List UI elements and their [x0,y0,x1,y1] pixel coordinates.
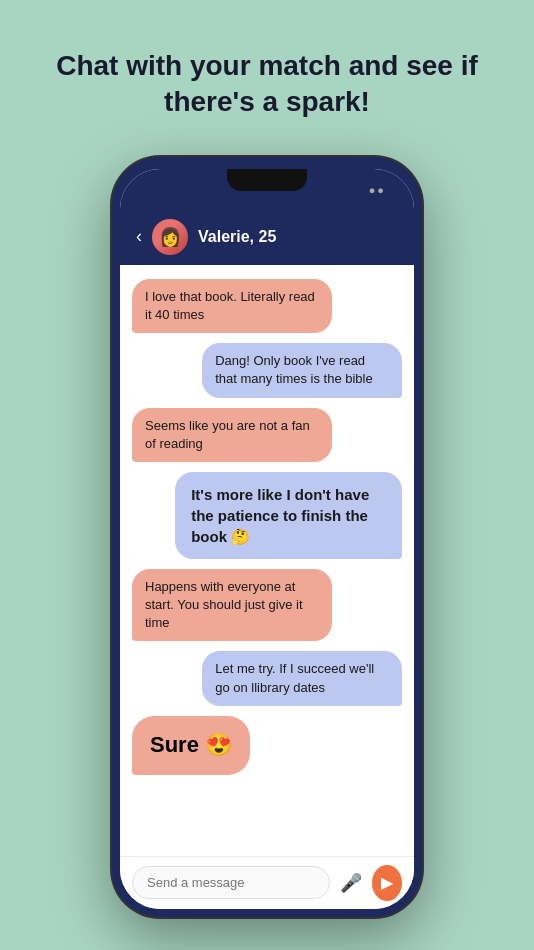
avatar: 👩 [152,219,188,255]
input-area: 🎤 ▶ [120,856,414,909]
message-bubble-2: Dang! Only book I've read that many time… [202,343,402,397]
chat-user-name: Valerie, 25 [198,228,276,246]
messages-area: I love that book. Literally read it 40 t… [120,265,414,856]
phone-screen: ●● ‹ 👩 Valerie, 25 I love that book. Lit… [120,169,414,909]
phone-notch [227,169,307,191]
message-bubble-5: Happens with everyone at start. You shou… [132,569,332,642]
mic-button[interactable]: 🎤 [338,867,364,899]
avatar-image: 👩 [152,219,188,255]
message-bubble-1: I love that book. Literally read it 40 t… [132,279,332,333]
send-button[interactable]: ▶ [372,865,402,901]
phone-mockup: ●● ‹ 👩 Valerie, 25 I love that book. Lit… [112,157,422,917]
chat-header: ‹ 👩 Valerie, 25 [120,211,414,265]
message-input[interactable] [132,866,330,899]
mic-icon: 🎤 [340,872,362,894]
volume-indicator: ●● [369,184,386,196]
message-bubble-6: Let me try. If I succeed we'll go on lli… [202,651,402,705]
send-icon: ▶ [381,873,393,892]
message-bubble-3: Seems like you are not a fan of reading [132,408,332,462]
message-bubble-7: Sure 😍 [132,716,250,775]
phone-frame: ●● ‹ 👩 Valerie, 25 I love that book. Lit… [112,157,422,917]
message-bubble-4: It's more like I don't have the patience… [175,472,402,559]
back-button[interactable]: ‹ [136,226,142,247]
page-title: Chat with your match and see if there's … [0,48,534,121]
phone-status-bar: ●● [120,169,414,211]
